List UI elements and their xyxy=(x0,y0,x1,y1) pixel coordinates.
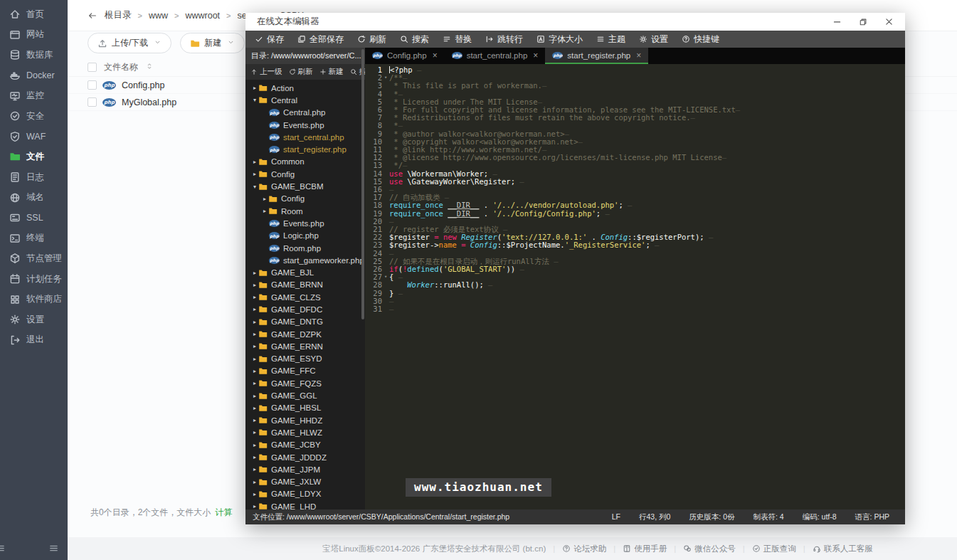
tab-close-icon[interactable]: × xyxy=(636,51,641,60)
tree-folder-GAME_FFC[interactable]: ▸GAME_FFC xyxy=(245,365,365,377)
code-line[interactable]: 28 Worker::runAll(); – xyxy=(365,281,905,289)
tree-folder-GAME_JXLW[interactable]: ▸GAME_JXLW xyxy=(245,476,365,488)
tree-file-Events.php[interactable]: phpEvents.php xyxy=(245,119,365,131)
快捷键-button[interactable]: 快捷键 xyxy=(682,33,719,46)
code-line[interactable]: 26if(!defined('GLOBAL_START')) – xyxy=(365,265,905,273)
tree-folder-GAME_DNTG[interactable]: ▸GAME_DNTG xyxy=(245,316,365,328)
tree-folder-Config[interactable]: ▸Config xyxy=(245,168,365,180)
tree-folder-GAME_JJPM[interactable]: ▸GAME_JJPM xyxy=(245,463,365,475)
tree-file-start_gameworker.php[interactable]: phpstart_gameworker.php xyxy=(245,254,365,266)
minimize-icon[interactable] xyxy=(832,17,842,26)
tree-folder-Config[interactable]: ▸Config xyxy=(245,193,365,205)
sidebar-item-网站[interactable]: 网站 xyxy=(0,25,68,46)
sidebar-item-Docker[interactable]: Docker xyxy=(0,65,68,86)
code-line[interactable]: 15use \GatewayWorker\Register; – xyxy=(365,178,905,186)
tree-scrollbar[interactable] xyxy=(361,49,364,319)
tree-folder-Central[interactable]: ▾Central xyxy=(245,94,365,106)
tree-file-Room.php[interactable]: phpRoom.php xyxy=(245,242,365,254)
code-line[interactable]: 7 * Redistributions of files must retain… xyxy=(365,114,905,122)
tree-folder-GAME_HLWZ[interactable]: ▸GAME_HLWZ xyxy=(245,426,365,438)
sidebar-item-域名[interactable]: 域名 xyxy=(0,187,68,208)
sidebar-item-首页[interactable]: 首页 xyxy=(0,4,68,25)
全部保存-button[interactable]: 全部保存 xyxy=(297,33,344,46)
sidebar-item-软件商店[interactable]: 软件商店 xyxy=(0,289,68,310)
code-line[interactable]: 12 * @license http://www.opensource.org/… xyxy=(365,154,905,162)
tree-folder-GAME_HBSL[interactable]: ▸GAME_HBSL xyxy=(245,402,365,414)
tree-folder-GAME_ESYD[interactable]: ▸GAME_ESYD xyxy=(245,353,365,365)
sidebar-item-节点管理[interactable]: 节点管理 xyxy=(0,248,68,269)
footer-link-联系人工客服[interactable]: 联系人工客服 xyxy=(813,544,873,554)
sidebar-item-设置[interactable]: 设置 xyxy=(0,310,68,330)
back-icon[interactable] xyxy=(88,11,97,21)
code-line[interactable]: 30– xyxy=(365,297,905,305)
sidebar-item-监控[interactable]: 监控 xyxy=(0,85,68,106)
tree-folder-GAME_HHDZ[interactable]: ▸GAME_HHDZ xyxy=(245,414,365,426)
sidebar-item-数据库[interactable]: 数据库 xyxy=(0,45,68,65)
tree-folder-GAME_BJL[interactable]: ▸GAME_BJL xyxy=(245,266,365,278)
tree-folder-GAME_CLZS[interactable]: ▸GAME_CLZS xyxy=(245,291,365,303)
tree-file-start_central.php[interactable]: phpstart_central.php xyxy=(245,131,365,143)
tree-folder-GAME_BCBM[interactable]: ▾GAME_BCBM xyxy=(245,180,365,192)
breadcrumb-item[interactable]: wwwroot xyxy=(185,11,220,21)
tree-file-Events.php[interactable]: phpEvents.php xyxy=(245,217,365,229)
字体大小-button[interactable]: 字体大小 xyxy=(536,33,583,46)
sidebar-item-退出[interactable]: 退出 xyxy=(0,330,68,351)
tree-folder-GAME_LHD[interactable]: ▸GAME_LHD xyxy=(245,500,365,509)
tree-file-Central.php[interactable]: phpCentral.php xyxy=(245,107,365,119)
tree-folder-GAME_GGL[interactable]: ▸GAME_GGL xyxy=(245,389,365,401)
code-line[interactable]: 19require_once __DIR__ . '/../Config/Con… xyxy=(365,210,905,218)
tree-folder-GAME_JCBY[interactable]: ▸GAME_JCBY xyxy=(245,439,365,451)
tree-folder-GAME_JDDDZ[interactable]: ▸GAME_JDDDZ xyxy=(245,451,365,463)
breadcrumb-item[interactable]: www xyxy=(149,11,168,21)
code-line[interactable]: 3 * This file is part of workerman.– xyxy=(365,82,905,90)
row-checkbox[interactable] xyxy=(88,97,97,107)
tree-folder-GAME_LDYX[interactable]: ▸GAME_LDYX xyxy=(245,488,365,500)
主题-button[interactable]: 主题 xyxy=(596,33,625,46)
sidebar-item-计划任务[interactable]: 计划任务 xyxy=(0,269,68,290)
close-icon[interactable] xyxy=(884,17,894,26)
code-line[interactable]: 23$register->name = Config::$ProjectName… xyxy=(365,241,905,249)
tab-Config.php[interactable]: phpConfig.php× xyxy=(365,48,445,64)
tree-folder-GAME_BRNN[interactable]: ▸GAME_BRNN xyxy=(245,279,365,291)
保存-button[interactable]: 保存 xyxy=(255,33,284,46)
filename-column-header[interactable]: 文件名称 xyxy=(104,61,138,73)
sidebar-item-SSL[interactable]: SSL xyxy=(0,208,68,228)
sort-icon[interactable] xyxy=(145,62,154,73)
code-line[interactable]: 1<?php – xyxy=(365,66,905,74)
tree-folder-Room[interactable]: ▸Room xyxy=(245,205,365,217)
tree-folder-Common[interactable]: ▸Common xyxy=(245,156,365,168)
替换-button[interactable]: 替换 xyxy=(443,33,472,46)
sidebar-item-WAF[interactable]: WAF xyxy=(0,127,68,147)
上传/下载-button[interactable]: 上传/下载 xyxy=(88,33,171,53)
tab-close-icon[interactable]: × xyxy=(433,51,438,60)
footer-link-使用手册[interactable]: 使用手册 xyxy=(623,544,667,554)
code-line[interactable]: 29} – xyxy=(365,290,905,297)
tab-start_central.php[interactable]: phpstart_central.php× xyxy=(445,48,546,64)
collapse-menu-icon[interactable] xyxy=(48,543,59,556)
sidebar-item-文件[interactable]: 文件 xyxy=(0,147,68,167)
fold-caret-icon[interactable]: ▾ xyxy=(382,273,389,281)
新建-button[interactable]: 新建 xyxy=(180,33,245,53)
tree-file-start_register.php[interactable]: phpstart_register.php xyxy=(245,143,365,155)
tree-folder-GAME_DZPK[interactable]: ▸GAME_DZPK xyxy=(245,328,365,340)
tree-folder-GAME_DFDC[interactable]: ▸GAME_DFDC xyxy=(245,303,365,315)
tree-上一级-button[interactable]: 上一级 xyxy=(250,67,282,77)
breadcrumb-item[interactable]: 根目录 xyxy=(105,9,132,21)
刷新-button[interactable]: 刷新 xyxy=(357,33,386,46)
row-checkbox[interactable] xyxy=(88,80,97,90)
tree-file-Logic.php[interactable]: phpLogic.php xyxy=(245,230,365,242)
tree-folder-GAME_FQZS[interactable]: ▸GAME_FQZS xyxy=(245,377,365,389)
select-all-checkbox[interactable] xyxy=(88,63,97,72)
tree-folder-GAME_ERNN[interactable]: ▸GAME_ERNN xyxy=(245,340,365,352)
tree-folder-Action[interactable]: ▸Action xyxy=(245,82,365,94)
maximize-icon[interactable] xyxy=(859,17,867,26)
跳转行-button[interactable]: 跳转行 xyxy=(485,33,523,46)
code-editor[interactable]: ‹ 1<?php –2▾/**–3 * This file is part of… xyxy=(365,64,905,509)
code-line[interactable]: 31– xyxy=(365,305,905,313)
calculate-size-link[interactable]: 计算 xyxy=(215,507,232,517)
sidebar-item-日志[interactable]: 日志 xyxy=(0,167,68,188)
sidebar-item-安全[interactable]: 安全 xyxy=(0,106,68,127)
tab-close-icon[interactable]: × xyxy=(533,51,538,60)
footer-link-论坛求助[interactable]: 论坛求助 xyxy=(562,544,606,554)
footer-link-正版查询[interactable]: 正版查询 xyxy=(752,544,796,554)
